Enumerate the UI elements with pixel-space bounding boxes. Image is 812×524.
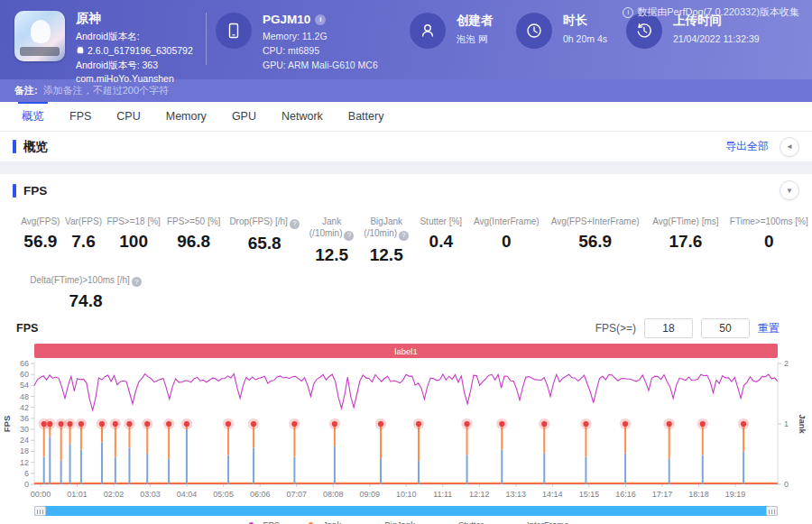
device-gpu: GPU: ARM Mali-G610 MC6 (263, 59, 378, 73)
legend-label: FPS (263, 519, 280, 524)
metric-label: FPS>=50 [%] (163, 216, 225, 227)
metric-value: 74.8 (18, 291, 153, 311)
metric-value: 12.5 (358, 245, 414, 265)
metric-label: Avg(FTime) [ms] (645, 216, 725, 227)
tab-概览[interactable]: 概览 (9, 102, 57, 131)
fps-filter-label: FPS(>=) (595, 322, 636, 335)
app-version-code: Android版本号: 363 (76, 59, 193, 72)
svg-text:06:06: 06:06 (250, 490, 271, 499)
legend-item-Jank[interactable]: Jank (303, 519, 341, 524)
svg-text:08:08: 08:08 (323, 490, 344, 499)
scrollbar-left-handle[interactable] (34, 506, 46, 516)
note-placeholder: 添加备注，不超过200个字符 (43, 84, 169, 97)
svg-text:09:09: 09:09 (359, 490, 380, 499)
section-gap (0, 162, 812, 174)
overview-title: 概览 (13, 139, 48, 155)
chart-legend: FPSJankBigJankStutterInterFrame (0, 519, 812, 524)
info-icon: i (623, 7, 633, 18)
metric: Avg(FPS)56.9 (18, 216, 63, 265)
help-icon[interactable]: ? (344, 231, 354, 241)
metric: FPS>=50 [%]96.8 (163, 216, 225, 265)
svg-text:12: 12 (20, 458, 29, 467)
svg-text:05:05: 05:05 (213, 490, 234, 499)
tab-Network[interactable]: Network (269, 102, 336, 131)
help-icon[interactable]: ? (290, 219, 300, 229)
device-memory: Memory: 11.2G (263, 30, 378, 44)
metric: Avg(FPS+InterFrame)56.9 (545, 216, 645, 265)
svg-text:02:02: 02:02 (104, 490, 125, 499)
metric-value: 96.8 (163, 232, 225, 252)
metric-label: Avg(InterFrame) (468, 216, 545, 227)
legend-item-BigJank[interactable]: BigJank (364, 519, 415, 524)
fps-metrics-row: Avg(FPS)56.9Var(FPS)7.6FPS>=18 [%]100FPS… (0, 207, 812, 265)
legend-label: Stutter (458, 519, 484, 524)
user-icon (410, 13, 446, 49)
legend-label: BigJank (384, 519, 415, 524)
tab-FPS[interactable]: FPS (57, 102, 104, 131)
chevron-down-icon: ▼ (786, 187, 793, 195)
svg-text:Jank: Jank (798, 415, 807, 435)
svg-text:0: 0 (784, 480, 789, 489)
fps-filter: FPS(>=) 重置 (595, 318, 780, 338)
overview-section-header: 概览 导出全部 ◄ (0, 132, 812, 162)
note-label: 备注: (14, 84, 38, 97)
creator-value: 泡泡 网 (457, 32, 494, 47)
metric: Delta(FTime)>100ms [/h]?74.8 (18, 274, 153, 312)
app-version-name: 2.6.0_6179196_6305792 (88, 45, 193, 56)
metric-label: BigJank (/10min)? (358, 216, 414, 241)
tab-Battery[interactable]: Battery (336, 102, 397, 131)
svg-text:16:16: 16:16 (615, 490, 636, 499)
creator-card: 创建者 泡泡 网 (410, 13, 516, 49)
export-all-link[interactable]: 导出全部 (725, 139, 769, 154)
metric-value: 56.9 (18, 232, 63, 252)
legend-item-FPS[interactable]: FPS (244, 519, 280, 524)
metric: FPS>=18 [%]100 (104, 216, 163, 265)
metric: Avg(FTime) [ms]17.6 (645, 216, 725, 265)
collect-note: i 数据由PerfDog(7.0.220332)版本收集 (623, 5, 799, 19)
tab-Memory[interactable]: Memory (153, 102, 219, 131)
svg-text:2: 2 (784, 359, 789, 368)
svg-text:6: 6 (24, 469, 29, 478)
chevron-left-icon: ◄ (786, 142, 793, 151)
fps-chart: 0612182430364248546066012FPSJank00:0001:… (0, 358, 812, 501)
metric: Var(FPS)7.6 (63, 216, 105, 265)
svg-text:36: 36 (20, 414, 29, 423)
fps-collapse-button[interactable]: ▼ (780, 180, 799, 200)
svg-text:54: 54 (20, 382, 29, 391)
metric-label: Stutter [%] (414, 216, 468, 227)
scrollbar-right-handle[interactable] (766, 506, 778, 516)
metric: Stutter [%]0.4 (414, 216, 468, 265)
upload-value: 21/04/2022 11:32:39 (673, 32, 760, 47)
svg-text:14:14: 14:14 (542, 490, 563, 499)
device-cpu: CPU: mt6895 (263, 44, 378, 59)
fps-threshold-input-2[interactable] (701, 318, 750, 338)
svg-text:00:00: 00:00 (31, 490, 51, 499)
metric-value: 0 (726, 232, 812, 252)
svg-text:24: 24 (20, 437, 29, 446)
metric-value: 12.5 (305, 245, 359, 265)
reset-link[interactable]: 重置 (758, 321, 780, 336)
metric-label: Avg(FPS) (18, 216, 63, 227)
fps-threshold-input-1[interactable] (644, 318, 693, 338)
legend-item-InterFrame[interactable]: InterFrame (507, 519, 568, 524)
tab-GPU[interactable]: GPU (219, 102, 269, 131)
help-icon[interactable]: ? (399, 231, 409, 241)
svg-text:13:13: 13:13 (506, 490, 527, 499)
device-info-icon[interactable]: i (315, 14, 326, 25)
svg-text:01:01: 01:01 (67, 490, 88, 499)
device-name: PGJM10 (263, 13, 310, 26)
chart-scrollbar[interactable] (34, 506, 778, 516)
metric-label: Drop(FPS) [/h]? (224, 216, 304, 229)
metric: Jank (/10min)?12.5 (305, 216, 359, 265)
metric-value: 65.8 (224, 234, 304, 253)
duration-value: 0h 20m 4s (563, 32, 607, 47)
chart-toolbar: FPS FPS(>=) 重置 (0, 311, 812, 340)
tab-CPU[interactable]: CPU (104, 102, 152, 131)
help-icon[interactable]: ? (132, 277, 142, 287)
overview-collapse-button[interactable]: ◄ (780, 137, 799, 157)
svg-text:1: 1 (784, 419, 789, 428)
metric-label: Jank (/10min)? (305, 216, 359, 241)
metric-value: 56.9 (545, 232, 645, 252)
app-icon (14, 11, 65, 61)
legend-item-Stutter[interactable]: Stutter (438, 519, 484, 524)
